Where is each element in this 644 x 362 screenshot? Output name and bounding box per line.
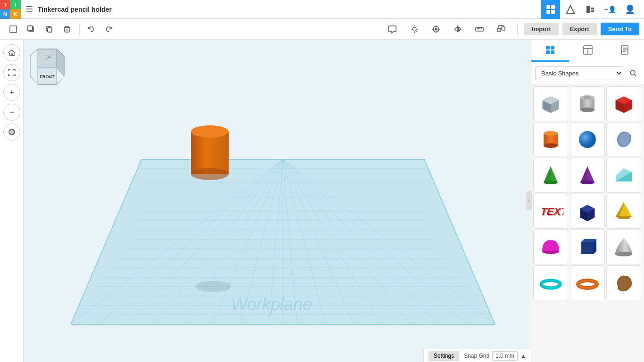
import-button[interactable]: Import — [524, 23, 558, 35]
panel-tabs — [531, 40, 644, 62]
top-right-icons: +👤 👤 — [541, 0, 644, 19]
shape-item-box-grey[interactable] — [533, 86, 568, 121]
toolbar-right: Import Export Send To — [384, 21, 639, 38]
logo-t: T — [0, 0, 10, 9]
select-tool-button[interactable] — [5, 21, 22, 38]
svg-rect-37 — [497, 28, 501, 32]
shapes-category-select[interactable]: Basic Shapes — [535, 66, 623, 80]
shape-item-text-red[interactable]: TEXT TEXT — [533, 194, 568, 229]
mirror-tool-button[interactable] — [449, 21, 466, 38]
statusbar: Settings Snap Grid 1.0 mm ▲ — [423, 349, 531, 362]
snap-grid-arrow[interactable]: ▲ — [520, 353, 526, 359]
panel-collapse-button[interactable]: › — [526, 191, 532, 210]
export-button[interactable]: Export — [562, 23, 597, 35]
zoom-in-button[interactable] — [3, 84, 20, 101]
search-button[interactable] — [626, 66, 640, 80]
layout-tab[interactable] — [569, 40, 607, 62]
settings-button[interactable]: Settings — [429, 351, 459, 361]
svg-marker-142 — [616, 216, 632, 219]
svg-text:FRONT: FRONT — [40, 74, 55, 79]
svg-rect-13 — [48, 28, 52, 32]
shapes-header: Basic Shapes — [531, 62, 644, 84]
svg-point-115 — [583, 96, 592, 99]
viewport[interactable]: TOP FRONT — [24, 40, 531, 362]
svg-rect-97 — [546, 50, 550, 54]
svg-rect-98 — [551, 50, 554, 54]
home-view-button[interactable] — [3, 44, 20, 61]
toolbar-separator-2 — [517, 24, 518, 35]
svg-rect-0 — [546, 5, 550, 9]
delete-tool-button[interactable] — [58, 21, 75, 38]
toolbar: Import Export Send To — [0, 19, 644, 40]
shape-item-torus-orange[interactable] — [570, 265, 605, 300]
shape-item-cone-grey[interactable] — [606, 230, 641, 264]
redo-tool-button[interactable] — [100, 21, 117, 38]
shape-item-box-darkblue[interactable] — [570, 194, 605, 229]
svg-text:TOP: TOP — [43, 55, 51, 59]
svg-point-94 — [191, 168, 229, 180]
svg-marker-4 — [567, 6, 574, 13]
shape-item-sphere-blue[interactable] — [570, 122, 605, 157]
shape-item-pyramid-yellow[interactable] — [606, 194, 641, 229]
svg-rect-15 — [65, 27, 69, 32]
fit-view-button[interactable] — [3, 64, 20, 81]
shape-item-cube-darkblue2[interactable] — [570, 230, 605, 264]
shape-item-cylinder-grey[interactable] — [570, 86, 605, 121]
switch-view-button[interactable] — [3, 123, 20, 140]
project-title[interactable]: Tinkercad pencil holder — [38, 6, 112, 13]
svg-point-123 — [579, 131, 596, 148]
shape-item-wedge-teal[interactable] — [606, 158, 641, 193]
svg-rect-38 — [502, 27, 505, 30]
shape-item-cube-red[interactable] — [606, 86, 641, 121]
duplicate-tool-button[interactable] — [41, 21, 58, 38]
zoom-out-button[interactable] — [3, 104, 20, 121]
svg-text:TEXT: TEXT — [541, 206, 563, 218]
shape-item-cone-purple[interactable] — [570, 158, 605, 193]
svg-marker-51 — [57, 49, 64, 76]
svg-rect-2 — [546, 10, 550, 14]
annotate-tool-button[interactable] — [384, 21, 401, 38]
align-tool-button[interactable] — [428, 21, 445, 38]
title-bar: ☰ Tinkercad pencil holder — [21, 4, 541, 15]
svg-rect-5 — [586, 6, 590, 13]
snap-grid-value[interactable]: 1.0 mm — [492, 351, 518, 361]
svg-rect-96 — [551, 46, 554, 49]
light-tool-button[interactable] — [406, 21, 423, 38]
circuit-button[interactable] — [561, 0, 580, 19]
view-cube: TOP FRONT — [28, 44, 66, 87]
avatar-button[interactable]: 👤 — [620, 0, 639, 19]
shapes-tab[interactable] — [531, 40, 569, 62]
undo-tool-button[interactable] — [83, 21, 99, 38]
svg-marker-129 — [580, 166, 587, 182]
shape-item-rough-blue[interactable] — [606, 122, 641, 157]
svg-line-23 — [412, 26, 412, 27]
cylinder-shape[interactable] — [189, 124, 231, 181]
svg-point-114 — [580, 107, 594, 112]
logo-k: K — [10, 9, 21, 19]
svg-line-107 — [635, 74, 636, 76]
group-tool-button[interactable] — [493, 21, 510, 38]
shape-item-dome-pink[interactable] — [533, 230, 568, 264]
notes-tab[interactable] — [606, 40, 644, 62]
add-person-button[interactable]: +👤 — [601, 0, 619, 19]
svg-point-122 — [544, 143, 558, 148]
svg-rect-1 — [551, 5, 555, 9]
shape-item-torus-cyan[interactable] — [533, 265, 568, 300]
ruler-tool-button[interactable] — [471, 21, 488, 38]
svg-line-24 — [416, 31, 417, 32]
svg-point-106 — [630, 70, 635, 75]
shape-item-cone-green[interactable] — [533, 158, 568, 193]
sendto-button[interactable]: Send To — [601, 23, 639, 35]
app-logo[interactable]: T I N K — [0, 0, 21, 19]
shape-item-cylinder-orange[interactable] — [533, 122, 568, 157]
svg-rect-144 — [581, 242, 594, 254]
copy-tool-button[interactable] — [23, 21, 40, 38]
shape-item-blob-brown[interactable] — [606, 265, 641, 300]
svg-point-18 — [413, 27, 416, 31]
svg-rect-92 — [191, 132, 229, 174]
svg-rect-8 — [10, 26, 17, 33]
grid-view-button[interactable] — [541, 0, 560, 19]
right-panel: Basic Shapes — [531, 40, 644, 362]
codeblocks-button[interactable] — [581, 0, 600, 19]
menu-icon[interactable]: ☰ — [25, 4, 33, 15]
